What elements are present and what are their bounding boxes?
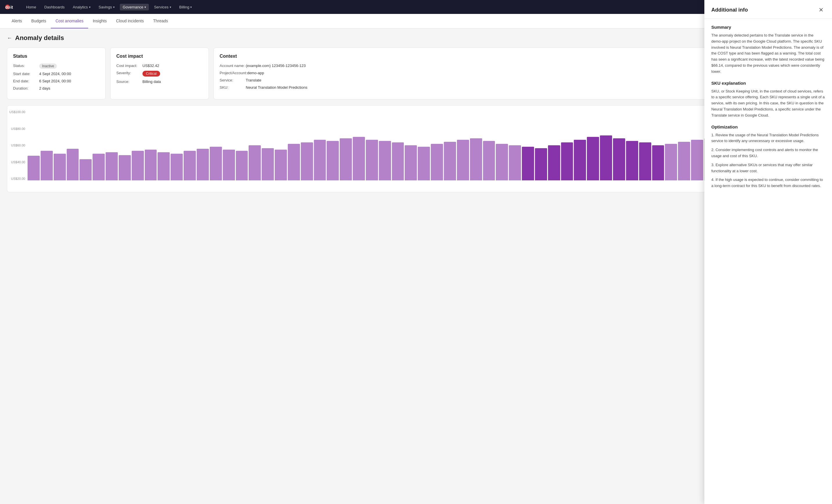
duration-row: Duration: 2 days: [13, 86, 100, 90]
chart-bar: [652, 145, 664, 180]
chart-bar: [119, 155, 131, 180]
nav-governance[interactable]: Governance ▾: [120, 4, 149, 10]
chart-bar: [158, 152, 170, 180]
chart-bar: [327, 141, 339, 180]
account-name-value: (example.com) 123456-123456-123: [246, 63, 306, 68]
status-badge: Inactive: [39, 63, 57, 69]
svg-text:do: do: [5, 5, 10, 9]
nav-dashboards[interactable]: Dashboards: [42, 4, 68, 10]
start-date-row: Start date: 4 Sept 2024, 00:00: [13, 72, 100, 76]
svg-text:it: it: [10, 5, 13, 9]
chart-bar: [522, 147, 534, 180]
chart-y-axis: US$100.00 US$80.00 US$60.00 US$40.00 US$…: [7, 110, 28, 180]
chart-bar: [28, 156, 40, 180]
chart-bar: [678, 142, 690, 180]
side-panel: Additional info ✕ Summary The anomaly de…: [704, 0, 832, 504]
y-label-40: US$40.00: [11, 160, 25, 164]
chart-bar: [639, 142, 651, 180]
project-value: demo-app: [247, 71, 264, 75]
account-name-label: Account name:: [219, 63, 246, 68]
sku-explanation-heading: SKU explanation: [711, 81, 825, 85]
optimization-item-1: 1. Review the usage of the Neural Transl…: [711, 132, 825, 144]
nav-home[interactable]: Home: [23, 4, 39, 10]
chart-bar: [548, 145, 560, 180]
cost-impact-row: Cost impact: US$32.42: [116, 63, 203, 68]
start-date-label: Start date:: [13, 72, 39, 76]
chart-bar: [171, 154, 183, 180]
logo[interactable]: it do: [5, 2, 18, 12]
chart-bar: [41, 151, 53, 180]
tab-alerts[interactable]: Alerts: [7, 14, 27, 28]
side-panel-body: Summary The anomaly detected pertains to…: [704, 19, 832, 504]
chart-bar: [54, 154, 66, 180]
nav-services[interactable]: Services ▾: [151, 4, 174, 10]
tab-threads[interactable]: Threads: [149, 14, 173, 28]
chart-bar: [613, 138, 625, 180]
chart-bar: [236, 151, 248, 180]
y-label-20: US$20.00: [11, 177, 25, 180]
optimization-item-4: 4. If the high usage is expected to cont…: [711, 177, 825, 189]
status-label: Status:: [13, 63, 39, 68]
tab-insights[interactable]: Insights: [88, 14, 111, 28]
tab-budgets[interactable]: Budgets: [27, 14, 51, 28]
chart-bar: [418, 147, 430, 180]
side-panel-header: Additional info ✕: [704, 0, 832, 19]
start-date-value: 4 Sept 2024, 00:00: [39, 72, 71, 76]
optimization-item-2: 2. Consider implementing cost controls a…: [711, 147, 825, 159]
chart-bar: [79, 159, 92, 180]
cards-row: Status Status: Inactive Start date: 4 Se…: [7, 48, 825, 100]
chart-bar: [262, 148, 274, 180]
summary-text: The anomaly detected pertains to the Tra…: [711, 32, 825, 75]
end-date-row: End date: 6 Sept 2024, 00:00: [13, 79, 100, 83]
end-date-label: End date:: [13, 79, 39, 83]
chart-bar: [314, 140, 326, 180]
nav-billing[interactable]: Billing ▾: [176, 4, 195, 10]
y-label-100: US$100.00: [9, 110, 25, 114]
chart-bar: [470, 138, 482, 180]
chart-bar: [301, 142, 313, 180]
chart-bar: [288, 144, 300, 180]
chart-bar: [431, 144, 443, 180]
cost-chart: US$100.00 US$80.00 US$60.00 US$40.00 US$…: [7, 105, 825, 192]
chart-bar: [184, 151, 196, 180]
y-label-60: US$60.00: [11, 143, 25, 147]
chart-bar: [93, 154, 105, 180]
severity-badge: Critical: [142, 71, 160, 77]
chart-bar: [535, 148, 547, 180]
duration-value: 2 days: [39, 86, 50, 90]
close-button[interactable]: ✕: [817, 6, 825, 14]
governance-chevron-icon: ▾: [145, 5, 146, 9]
back-button[interactable]: ←: [7, 35, 12, 41]
tab-cloud-incidents[interactable]: Cloud incidents: [111, 14, 149, 28]
chart-bar: [210, 147, 222, 180]
source-value: Billing data: [142, 79, 161, 84]
billing-chevron-icon: ▾: [190, 5, 192, 9]
chart-bar: [145, 150, 157, 180]
nav-savings[interactable]: Savings ▾: [96, 4, 118, 10]
cost-impact-label: Cost impact:: [116, 63, 142, 68]
nav-analytics[interactable]: Analytics ▾: [70, 4, 94, 10]
chart-bar: [626, 141, 638, 180]
status-card-title: Status: [13, 54, 100, 59]
duration-label: Duration:: [13, 86, 39, 90]
chart-bar: [132, 151, 144, 180]
chart-bar: [600, 135, 612, 180]
status-card: Status Status: Inactive Start date: 4 Se…: [7, 48, 106, 100]
chart-bar: [496, 144, 508, 180]
services-chevron-icon: ▾: [170, 5, 171, 9]
summary-heading: Summary: [711, 25, 825, 30]
chart-bar: [197, 149, 209, 180]
sku-explanation-text: SKU, or Stock Keeping Unit, in the conte…: [711, 88, 825, 118]
chart-bar: [444, 142, 456, 180]
sku-value: Neural Translation Model Predictions: [246, 85, 307, 89]
page-title: Anomaly details: [15, 34, 64, 42]
service-value: Translate: [246, 78, 261, 82]
analytics-chevron-icon: ▾: [89, 5, 90, 9]
chart-bar: [106, 152, 118, 180]
chart-bar: [275, 150, 287, 180]
y-label-80: US$80.00: [11, 127, 25, 131]
tab-cost-anomalies[interactable]: Cost anomalies: [51, 14, 88, 28]
optimization-heading: Optimization: [711, 125, 825, 129]
chart-bar: [405, 145, 417, 180]
status-row: Status: Inactive: [13, 63, 100, 69]
